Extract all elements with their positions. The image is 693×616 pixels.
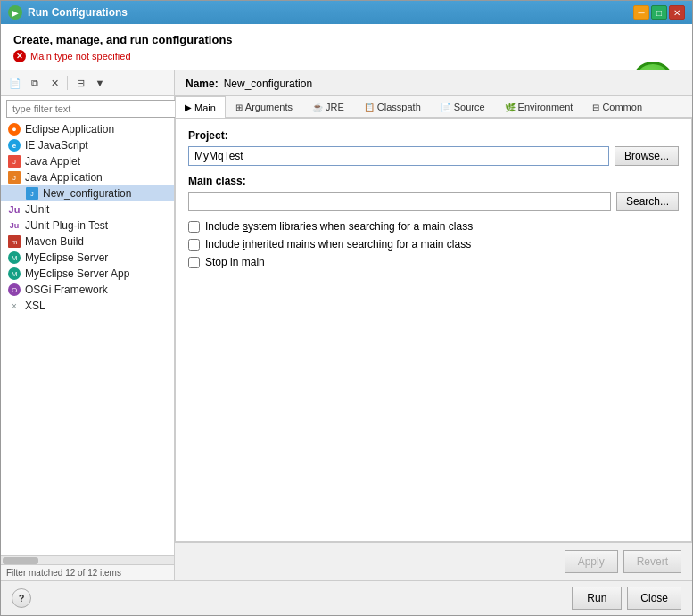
close-footer-button[interactable]: Close — [627, 587, 681, 610]
tree-item-eclipse[interactable]: ● Eclipse Application — [1, 121, 174, 137]
eclipse-icon: ● — [8, 123, 21, 136]
apply-button[interactable]: Apply — [565, 550, 618, 573]
header-title: Create, manage, and run configurations — [13, 33, 630, 46]
environment-tab-icon: 🌿 — [505, 103, 516, 112]
tree-item-junit-plugin[interactable]: Ju JUnit Plug-in Test — [1, 218, 174, 234]
tab-jre-label: JRE — [326, 102, 344, 112]
source-tab-icon: 📄 — [441, 103, 451, 112]
tab-common[interactable]: ⊟ Common — [582, 96, 652, 117]
collapse-all-button[interactable]: ⊟ — [71, 74, 89, 92]
filter-input[interactable] — [6, 100, 179, 118]
include-inherited-mains-checkbox[interactable] — [188, 239, 200, 251]
error-icon: ✕ — [13, 50, 26, 62]
duplicate-button[interactable]: ⧉ — [26, 74, 44, 92]
tree-item-xsl[interactable]: × XSL — [1, 298, 174, 314]
tree-item-label: IE JavaScript — [25, 139, 88, 152]
name-value: New_configuration — [224, 78, 312, 90]
filter-status: Filter matched 12 of 12 items — [1, 564, 174, 580]
toolbar-separator — [67, 76, 68, 90]
jre-tab-icon: ☕ — [312, 103, 323, 112]
tab-main-label: Main — [194, 103, 216, 113]
tab-environment-label: Environment — [518, 102, 573, 112]
tree-item-label: Eclipse Application — [25, 123, 114, 136]
main-area: 📄 ⧉ ✕ ⊟ ▼ ● Eclipse Application e IE Jav… — [1, 70, 692, 580]
tree-item-label: JUnit — [25, 203, 49, 216]
revert-button[interactable]: Revert — [623, 550, 681, 573]
junit-plugin-icon: Ju — [8, 219, 21, 232]
minimize-button[interactable]: ─ — [633, 5, 649, 20]
right-panel: Name: New_configuration ▶ Main ⊞ Argumen… — [175, 70, 692, 580]
tab-common-label: Common — [602, 102, 642, 112]
header-section: Create, manage, and run configurations ✕… — [1, 24, 692, 70]
myeclipse-app-icon: M — [8, 267, 21, 280]
tree-item-label: Java Application — [25, 171, 103, 184]
tab-classpath[interactable]: 📋 Classpath — [354, 96, 431, 117]
tree-item-label: XSL — [25, 300, 45, 312]
project-row: Browse... — [188, 146, 679, 166]
tree-item-new-config[interactable]: J New_configuration — [1, 185, 174, 201]
footer-buttons: Run Close — [572, 587, 681, 610]
tree-item-junit[interactable]: Ju JUnit — [1, 201, 174, 218]
include-system-libs-checkbox[interactable] — [188, 221, 200, 233]
name-label: Name: — [186, 78, 219, 90]
tab-main[interactable]: ▶ Main — [175, 96, 226, 118]
content-area: Project: Browse... Main class: Search...… — [175, 118, 692, 542]
tree-item-label: Maven Build — [25, 235, 84, 248]
tab-arguments[interactable]: ⊞ Arguments — [226, 96, 302, 117]
tab-source-label: Source — [454, 102, 485, 112]
project-label: Project: — [188, 129, 679, 142]
tree-item-java-app[interactable]: J Java Application — [1, 169, 174, 185]
tree-item-label: OSGi Framework — [25, 283, 108, 296]
checkbox-stop-in-main: Stop in main — [188, 256, 679, 268]
close-window-button[interactable]: ✕ — [669, 5, 685, 20]
common-tab-icon: ⊟ — [592, 103, 599, 112]
include-system-libs-label: Include system libraries when searching … — [205, 220, 473, 233]
left-panel: 📄 ⧉ ✕ ⊟ ▼ ● Eclipse Application e IE Jav… — [1, 70, 175, 580]
checkbox-inherited-mains: Include inherited mains when searching f… — [188, 238, 679, 251]
new-config-icon: J — [26, 187, 38, 200]
window-title: Run Configurations — [28, 6, 128, 19]
tree-item-osgi[interactable]: O OSGi Framework — [1, 282, 174, 298]
tree-item-label: MyEclipse Server — [25, 251, 108, 264]
tree-item-applet[interactable]: J Java Applet — [1, 153, 174, 169]
stop-in-main-checkbox[interactable] — [188, 257, 200, 268]
search-button[interactable]: Search... — [616, 192, 679, 211]
tree-item-myeclipse-app[interactable]: M MyEclipse Server App — [1, 266, 174, 282]
bottom-bar: Apply Revert — [175, 542, 692, 580]
stop-in-main-label: Stop in main — [205, 256, 265, 268]
ie-icon: e — [8, 139, 21, 152]
project-browse-button[interactable]: Browse... — [615, 146, 679, 166]
window-icon: ▶ — [8, 5, 22, 20]
checkbox-system-libs: Include system libraries when searching … — [188, 220, 679, 233]
maximize-button[interactable]: □ — [651, 5, 667, 20]
tree-item-myeclipse[interactable]: M MyEclipse Server — [1, 250, 174, 266]
header-status: ✕ Main type not specified — [13, 50, 630, 62]
horizontal-scrollbar[interactable] — [1, 555, 174, 564]
help-button[interactable]: ? — [12, 588, 31, 608]
title-controls: ─ □ ✕ — [633, 5, 685, 20]
tree-area: ● Eclipse Application e IE JavaScript J … — [1, 121, 174, 555]
tree-item-maven[interactable]: m Maven Build — [1, 234, 174, 250]
main-class-label: Main class: — [188, 175, 679, 187]
tab-source[interactable]: 📄 Source — [431, 96, 495, 117]
main-tab-icon: ▶ — [185, 103, 192, 112]
maven-icon: m — [8, 235, 21, 248]
new-config-button[interactable]: 📄 — [6, 74, 24, 92]
scroll-thumb — [3, 557, 38, 564]
run-configurations-window: ▶ Run Configurations ─ □ ✕ Create, manag… — [0, 0, 693, 616]
tab-environment[interactable]: 🌿 Environment — [495, 96, 583, 117]
main-class-input[interactable] — [188, 192, 611, 211]
tree-item-ie[interactable]: e IE JavaScript — [1, 137, 174, 153]
delete-button[interactable]: ✕ — [45, 74, 63, 92]
tree-item-label: MyEclipse Server App — [25, 267, 129, 280]
tab-jre[interactable]: ☕ JRE — [302, 96, 354, 117]
classpath-tab-icon: 📋 — [364, 103, 375, 112]
run-footer-button[interactable]: Run — [572, 587, 622, 610]
tab-arguments-label: Arguments — [245, 102, 293, 112]
junit-icon: Ju — [8, 203, 21, 216]
main-class-row: Search... — [188, 192, 679, 211]
filter-button[interactable]: ▼ — [91, 74, 109, 92]
include-inherited-mains-label: Include inherited mains when searching f… — [205, 238, 471, 251]
project-input[interactable] — [188, 146, 609, 166]
tree-item-label: New_configuration — [43, 187, 131, 200]
